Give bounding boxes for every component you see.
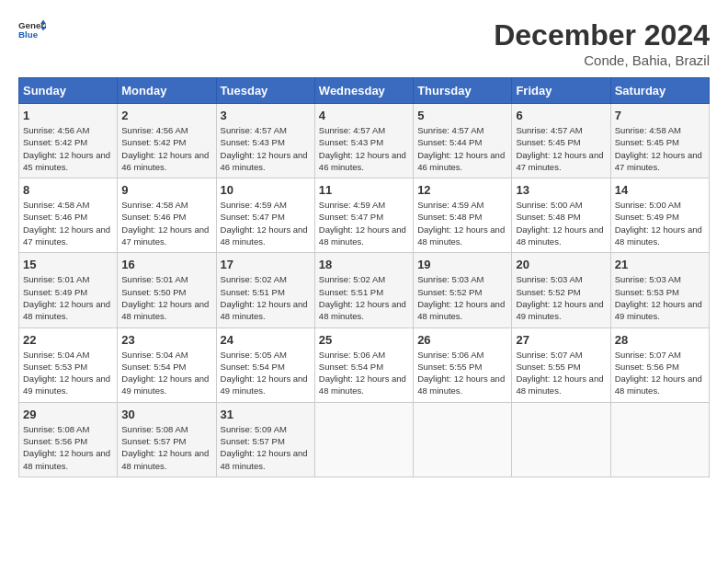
day-info: Sunrise: 4:59 AMSunset: 5:47 PMDaylight:…: [221, 199, 311, 247]
day-number: 29: [23, 408, 113, 421]
calendar-day-cell: 4Sunrise: 4:57 AMSunset: 5:43 PMDaylight…: [314, 104, 413, 178]
calendar-week-row: 8Sunrise: 4:58 AMSunset: 5:46 PMDaylight…: [19, 178, 710, 253]
day-number: 3: [221, 109, 311, 122]
day-number: 24: [221, 333, 311, 347]
column-header-thursday: Thursday: [414, 78, 512, 104]
day-info: Sunrise: 4:58 AMSunset: 5:46 PMDaylight:…: [121, 199, 211, 247]
calendar-week-row: 22Sunrise: 5:04 AMSunset: 5:53 PMDayligh…: [19, 327, 710, 402]
calendar-day-cell: [512, 402, 610, 477]
calendar-day-cell: [610, 402, 709, 477]
calendar-day-cell: 16Sunrise: 5:01 AMSunset: 5:50 PMDayligh…: [118, 253, 216, 327]
day-info: Sunrise: 5:00 AMSunset: 5:48 PMDaylight:…: [516, 199, 606, 247]
calendar-day-cell: 19Sunrise: 5:03 AMSunset: 5:52 PMDayligh…: [414, 253, 512, 327]
calendar-day-cell: 18Sunrise: 5:02 AMSunset: 5:51 PMDayligh…: [314, 253, 413, 327]
day-info: Sunrise: 5:01 AMSunset: 5:49 PMDaylight:…: [23, 273, 113, 322]
calendar-day-cell: 7Sunrise: 4:58 AMSunset: 5:45 PMDaylight…: [610, 104, 709, 178]
calendar-day-cell: 26Sunrise: 5:06 AMSunset: 5:55 PMDayligh…: [414, 327, 512, 402]
day-number: 10: [221, 183, 311, 197]
day-number: 31: [221, 408, 311, 421]
calendar-day-cell: 8Sunrise: 4:58 AMSunset: 5:46 PMDaylight…: [19, 178, 118, 253]
logo: General Blue: [18, 18, 46, 40]
logo-icon: General Blue: [18, 18, 46, 40]
calendar-day-cell: 22Sunrise: 5:04 AMSunset: 5:53 PMDayligh…: [19, 327, 118, 402]
day-number: 6: [516, 109, 606, 122]
calendar-day-cell: 10Sunrise: 4:59 AMSunset: 5:47 PMDayligh…: [216, 178, 314, 253]
calendar-day-cell: 14Sunrise: 5:00 AMSunset: 5:49 PMDayligh…: [610, 178, 709, 253]
day-number: 13: [516, 183, 606, 197]
location-subtitle: Conde, Bahia, Brazil: [494, 52, 710, 68]
day-number: 9: [121, 183, 211, 197]
column-header-saturday: Saturday: [610, 78, 709, 104]
day-number: 2: [121, 109, 211, 122]
day-info: Sunrise: 4:57 AMSunset: 5:43 PMDaylight:…: [319, 124, 409, 173]
calendar-day-cell: 5Sunrise: 4:57 AMSunset: 5:44 PMDaylight…: [414, 104, 512, 178]
day-info: Sunrise: 4:58 AMSunset: 5:45 PMDaylight:…: [615, 124, 705, 173]
calendar-day-cell: 13Sunrise: 5:00 AMSunset: 5:48 PMDayligh…: [512, 178, 610, 253]
day-info: Sunrise: 5:05 AMSunset: 5:54 PMDaylight:…: [221, 349, 311, 397]
calendar-week-row: 15Sunrise: 5:01 AMSunset: 5:49 PMDayligh…: [19, 253, 710, 327]
day-info: Sunrise: 4:56 AMSunset: 5:42 PMDaylight:…: [121, 124, 211, 173]
calendar-day-cell: 30Sunrise: 5:08 AMSunset: 5:57 PMDayligh…: [118, 402, 216, 477]
column-header-tuesday: Tuesday: [216, 78, 314, 104]
day-number: 11: [319, 183, 409, 197]
day-info: Sunrise: 5:08 AMSunset: 5:56 PMDaylight:…: [23, 423, 113, 472]
day-info: Sunrise: 5:07 AMSunset: 5:55 PMDaylight:…: [516, 349, 606, 397]
calendar-day-cell: 23Sunrise: 5:04 AMSunset: 5:54 PMDayligh…: [118, 327, 216, 402]
day-number: 28: [615, 333, 705, 347]
calendar-day-cell: 25Sunrise: 5:06 AMSunset: 5:54 PMDayligh…: [314, 327, 413, 402]
calendar-day-cell: 3Sunrise: 4:57 AMSunset: 5:43 PMDaylight…: [216, 104, 314, 178]
day-number: 1: [23, 109, 113, 122]
page-header: General Blue December 2024 Conde, Bahia,…: [18, 18, 710, 68]
title-block: December 2024 Conde, Bahia, Brazil: [494, 18, 710, 68]
day-info: Sunrise: 5:09 AMSunset: 5:57 PMDaylight:…: [221, 423, 311, 472]
day-info: Sunrise: 5:03 AMSunset: 5:52 PMDaylight:…: [417, 273, 507, 322]
day-number: 27: [516, 333, 606, 347]
day-info: Sunrise: 4:56 AMSunset: 5:42 PMDaylight:…: [23, 124, 113, 173]
svg-text:Blue: Blue: [18, 29, 39, 40]
calendar-header-row: SundayMondayTuesdayWednesdayThursdayFrid…: [19, 78, 710, 104]
day-info: Sunrise: 5:06 AMSunset: 5:54 PMDaylight:…: [319, 349, 409, 397]
column-header-sunday: Sunday: [19, 78, 118, 104]
calendar-day-cell: 11Sunrise: 4:59 AMSunset: 5:47 PMDayligh…: [314, 178, 413, 253]
day-number: 16: [121, 258, 211, 271]
day-number: 22: [23, 333, 113, 347]
calendar-day-cell: 31Sunrise: 5:09 AMSunset: 5:57 PMDayligh…: [216, 402, 314, 477]
column-header-friday: Friday: [512, 78, 610, 104]
day-info: Sunrise: 5:04 AMSunset: 5:54 PMDaylight:…: [121, 349, 211, 397]
day-number: 26: [417, 333, 507, 347]
calendar-day-cell: [414, 402, 512, 477]
day-number: 21: [615, 258, 705, 271]
day-number: 15: [23, 258, 113, 271]
day-info: Sunrise: 5:03 AMSunset: 5:53 PMDaylight:…: [615, 273, 705, 322]
day-info: Sunrise: 4:59 AMSunset: 5:47 PMDaylight:…: [319, 199, 409, 247]
calendar-body: 1Sunrise: 4:56 AMSunset: 5:42 PMDaylight…: [19, 104, 710, 477]
calendar-day-cell: 29Sunrise: 5:08 AMSunset: 5:56 PMDayligh…: [19, 402, 118, 477]
day-info: Sunrise: 4:57 AMSunset: 5:45 PMDaylight:…: [516, 124, 606, 173]
day-info: Sunrise: 5:00 AMSunset: 5:49 PMDaylight:…: [615, 199, 705, 247]
calendar-week-row: 29Sunrise: 5:08 AMSunset: 5:56 PMDayligh…: [19, 402, 710, 477]
calendar-day-cell: 17Sunrise: 5:02 AMSunset: 5:51 PMDayligh…: [216, 253, 314, 327]
calendar-day-cell: 24Sunrise: 5:05 AMSunset: 5:54 PMDayligh…: [216, 327, 314, 402]
day-number: 8: [23, 183, 113, 197]
month-title: December 2024: [494, 18, 710, 52]
day-info: Sunrise: 5:01 AMSunset: 5:50 PMDaylight:…: [121, 273, 211, 322]
calendar-day-cell: [314, 402, 413, 477]
day-info: Sunrise: 4:58 AMSunset: 5:46 PMDaylight:…: [23, 199, 113, 247]
day-number: 17: [221, 258, 311, 271]
day-number: 23: [121, 333, 211, 347]
day-info: Sunrise: 5:08 AMSunset: 5:57 PMDaylight:…: [121, 423, 211, 472]
day-number: 20: [516, 258, 606, 271]
day-number: 4: [319, 109, 409, 122]
calendar-day-cell: 12Sunrise: 4:59 AMSunset: 5:48 PMDayligh…: [414, 178, 512, 253]
calendar-week-row: 1Sunrise: 4:56 AMSunset: 5:42 PMDaylight…: [19, 104, 710, 178]
day-info: Sunrise: 4:59 AMSunset: 5:48 PMDaylight:…: [417, 199, 507, 247]
calendar-day-cell: 20Sunrise: 5:03 AMSunset: 5:52 PMDayligh…: [512, 253, 610, 327]
day-number: 18: [319, 258, 409, 271]
calendar-day-cell: 15Sunrise: 5:01 AMSunset: 5:49 PMDayligh…: [19, 253, 118, 327]
day-info: Sunrise: 5:07 AMSunset: 5:56 PMDaylight:…: [615, 349, 705, 397]
day-info: Sunrise: 5:02 AMSunset: 5:51 PMDaylight:…: [221, 273, 311, 322]
day-number: 30: [121, 408, 211, 421]
day-info: Sunrise: 5:02 AMSunset: 5:51 PMDaylight:…: [319, 273, 409, 322]
day-info: Sunrise: 4:57 AMSunset: 5:44 PMDaylight:…: [417, 124, 507, 173]
day-info: Sunrise: 5:03 AMSunset: 5:52 PMDaylight:…: [516, 273, 606, 322]
